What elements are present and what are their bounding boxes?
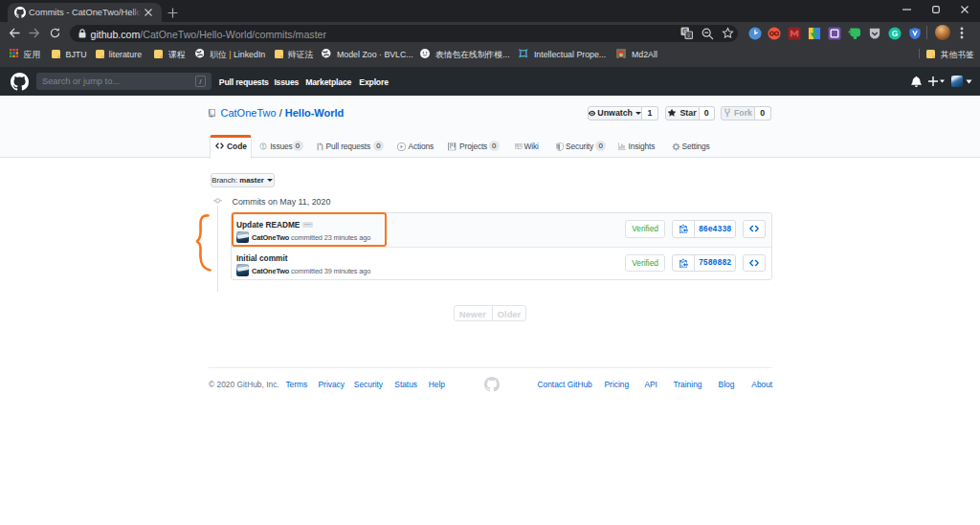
svg-text:文: 文 xyxy=(686,33,692,38)
svg-text:G: G xyxy=(891,28,898,37)
